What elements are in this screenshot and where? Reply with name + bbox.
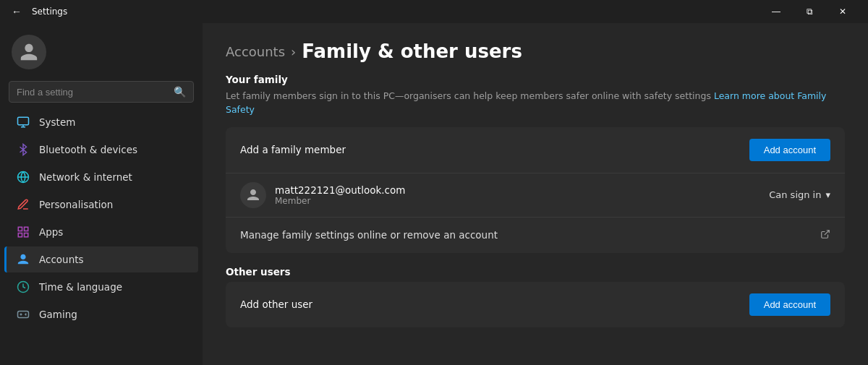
family-card: Add a family member Add account matt2221… (226, 127, 845, 253)
svg-rect-0 (18, 117, 29, 125)
apps-icon (16, 225, 30, 239)
breadcrumb-parent[interactable]: Accounts (226, 44, 285, 59)
sidebar-item-label: System (39, 116, 75, 128)
search-box[interactable]: 🔍 (9, 81, 194, 103)
sidebar-item-accounts[interactable]: Accounts (4, 246, 198, 272)
svg-rect-2 (18, 227, 22, 231)
sidebar-item-label: Personalisation (39, 199, 113, 210)
sidebar-item-label: Network & internet (39, 171, 132, 183)
profile-section (0, 23, 203, 78)
search-input[interactable] (17, 87, 168, 98)
other-users-title: Other users (226, 266, 845, 278)
sidebar-item-label: Gaming (39, 309, 77, 320)
sidebar-item-system[interactable]: System (4, 109, 198, 135)
family-member-row: matt222121@outlook.com Member Can sign i… (226, 173, 845, 217)
maximize-button[interactable]: ⧉ (793, 0, 826, 23)
sidebar-item-label: Accounts (39, 254, 84, 265)
minimize-button[interactable]: — (760, 0, 793, 23)
svg-line-8 (825, 230, 829, 234)
app-body: 🔍 System Bluetooth & devices Network & i… (0, 23, 868, 365)
other-users-section: Other users Add other user Add account (226, 266, 845, 327)
main-content: Accounts › Family & other users Your fam… (203, 23, 868, 365)
titlebar-title: Settings (32, 7, 760, 17)
add-user-button[interactable]: Add account (749, 293, 830, 316)
member-role: Member (275, 196, 760, 206)
add-family-row: Add a family member Add account (226, 127, 845, 173)
avatar (12, 35, 46, 69)
member-status-label: Can sign in (769, 189, 821, 200)
sidebar-item-time[interactable]: Time & language (4, 274, 198, 300)
sidebar-item-label: Apps (39, 226, 63, 238)
external-link-icon (820, 229, 830, 241)
add-user-row: Add other user Add account (226, 282, 845, 327)
titlebar: ← Settings — ⧉ ✕ (0, 0, 868, 23)
search-icon[interactable]: 🔍 (174, 86, 186, 98)
network-icon (16, 170, 30, 184)
close-button[interactable]: ✕ (826, 0, 859, 23)
your-family-title: Your family (226, 74, 845, 85)
breadcrumb: Accounts › Family & other users (226, 40, 845, 62)
page-title: Family & other users (302, 40, 522, 62)
your-family-desc: Let family members sign in to this PC—or… (226, 90, 845, 117)
member-email: matt222121@outlook.com (275, 184, 760, 196)
sidebar-item-bluetooth[interactable]: Bluetooth & devices (4, 137, 198, 163)
svg-rect-4 (18, 233, 22, 237)
system-icon (16, 115, 30, 129)
manage-family-row[interactable]: Manage family settings online or remove … (226, 217, 845, 253)
sidebar-item-personalisation[interactable]: Personalisation (4, 192, 198, 218)
sidebar-item-gaming[interactable]: Gaming (4, 301, 198, 327)
member-avatar (240, 182, 266, 208)
sidebar-item-apps[interactable]: Apps (4, 219, 198, 245)
chevron-down-icon: ▾ (825, 189, 830, 200)
back-button[interactable]: ← (9, 3, 25, 20)
sidebar-item-label: Bluetooth & devices (39, 144, 137, 155)
sidebar: 🔍 System Bluetooth & devices Network & i… (0, 23, 203, 365)
other-users-card: Add other user Add account (226, 282, 845, 327)
sidebar-item-label: Time & language (39, 281, 122, 293)
svg-rect-7 (18, 312, 29, 318)
svg-rect-3 (25, 227, 28, 231)
gaming-icon (16, 307, 30, 322)
manage-family-label: Manage family settings online or remove … (240, 229, 820, 241)
sidebar-item-network[interactable]: Network & internet (4, 164, 198, 190)
svg-rect-5 (25, 233, 28, 237)
personalisation-icon (16, 197, 30, 212)
bluetooth-icon (16, 142, 30, 157)
breadcrumb-separator: › (291, 44, 296, 59)
member-info: matt222121@outlook.com Member (275, 184, 760, 206)
member-status-dropdown[interactable]: Can sign in ▾ (769, 189, 830, 200)
add-family-label: Add a family member (240, 144, 749, 155)
add-family-button[interactable]: Add account (749, 139, 830, 161)
accounts-icon (16, 252, 30, 267)
add-user-label: Add other user (240, 299, 749, 310)
time-icon (16, 280, 30, 294)
window-controls: — ⧉ ✕ (760, 0, 859, 23)
